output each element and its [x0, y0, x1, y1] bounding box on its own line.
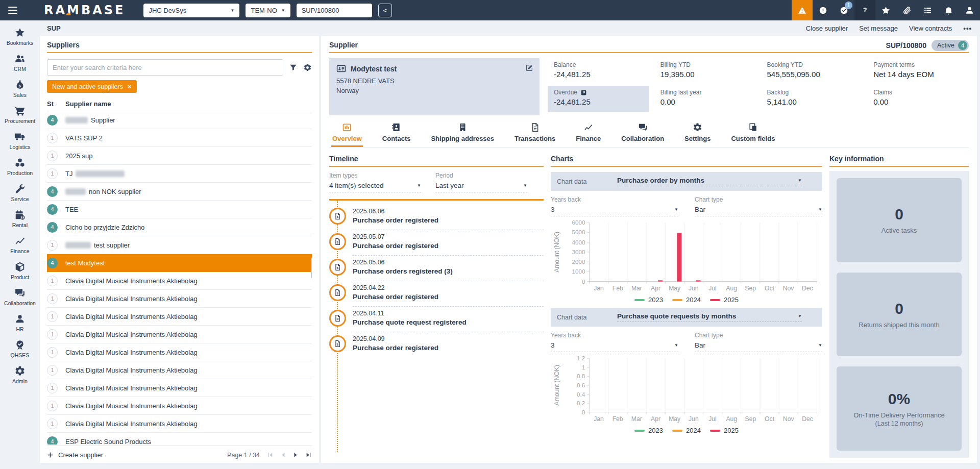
- remove-filter-icon[interactable]: ×: [128, 83, 132, 90]
- supplier-row[interactable]: 1Clavia Digital Musical Instruments Akti…: [47, 272, 312, 290]
- tab-overview[interactable]: Overview: [331, 121, 363, 147]
- list-settings-icon[interactable]: [303, 63, 312, 72]
- tab-shipping-addresses[interactable]: Shipping addresses: [430, 121, 495, 147]
- document-id-input[interactable]: [297, 4, 372, 17]
- timeline-entry[interactable]: $2025.05.06Purchase orders registered (3…: [329, 256, 544, 281]
- alerts-icon[interactable]: [813, 0, 834, 20]
- custom-icon: [748, 122, 758, 132]
- external-link-icon[interactable]: [580, 89, 587, 96]
- supplier-row[interactable]: 4TEE: [47, 201, 312, 218]
- timeline-entry[interactable]: 2025.04.11Purchase quote request registe…: [329, 307, 544, 332]
- help-icon[interactable]: ?: [854, 0, 875, 20]
- favorites-icon[interactable]: [875, 0, 896, 20]
- chart-type-select[interactable]: Chart typeBar▼: [695, 332, 822, 352]
- item-types-select[interactable]: Item types 4 item(s) selected▼: [329, 172, 421, 192]
- sidebar-item-production[interactable]: Production: [0, 154, 40, 180]
- previous-page-icon[interactable]: [280, 452, 286, 458]
- sidebar-item-service[interactable]: Service: [0, 180, 40, 206]
- svg-text:Apr: Apr: [651, 415, 660, 423]
- plus-icon: [47, 452, 54, 458]
- star-icon: [14, 27, 26, 38]
- notifications-icon[interactable]: [938, 0, 959, 20]
- timeline-entry[interactable]: $2025.06.06Purchase order registered: [329, 205, 544, 230]
- profile-icon[interactable]: [959, 0, 980, 20]
- supplier-row[interactable]: 1Clavia Digital Musical Instruments Akti…: [47, 379, 312, 397]
- action-set-message[interactable]: Set message: [859, 24, 898, 32]
- sidebar-item-logistics[interactable]: Logistics: [0, 128, 40, 154]
- tab-finance[interactable]: Finance: [575, 121, 602, 147]
- sidebar-item-admin[interactable]: Admin: [0, 362, 40, 388]
- next-page-icon[interactable]: [292, 452, 299, 458]
- action-close-supplier[interactable]: Close supplier: [806, 24, 848, 32]
- notification-count-badge: 1: [845, 2, 852, 9]
- first-page-icon[interactable]: [267, 452, 274, 458]
- database-button[interactable]: TEM-NO▼: [246, 4, 290, 17]
- action-view-contracts[interactable]: View contracts: [909, 24, 952, 32]
- key-value: 0%: [888, 390, 910, 408]
- supplier-search-input[interactable]: [47, 59, 283, 76]
- key-label: On-Time Delivery Performance: [853, 411, 945, 419]
- period-select[interactable]: Period Last year▼: [435, 172, 527, 192]
- sidebar-item-procurement[interactable]: Procurement: [0, 102, 40, 128]
- chart-data-select[interactable]: Chart dataPurchase quote requests by mon…: [551, 308, 822, 327]
- supplier-row[interactable]: 4Supplier: [47, 111, 312, 129]
- supplier-row[interactable]: 4test Modytest: [47, 254, 312, 272]
- tab-custom-fields[interactable]: Custom fields: [730, 121, 776, 147]
- tasks-icon[interactable]: 1: [834, 0, 854, 20]
- tab-collaboration[interactable]: Collaboration: [620, 121, 665, 147]
- sidebar-item-hr[interactable]: HR: [0, 310, 40, 336]
- tab-transactions[interactable]: Transactions: [513, 121, 556, 147]
- supplier-row[interactable]: 1VATS SUP 2: [47, 129, 312, 147]
- doc-lines-icon: [329, 310, 346, 327]
- sidebar-item-sales[interactable]: $Sales: [0, 76, 40, 102]
- supplier-row[interactable]: 4non NOK supplier: [47, 183, 312, 201]
- chevron-down-icon: ▼: [818, 343, 822, 348]
- attachments-icon[interactable]: [896, 0, 917, 20]
- stat-booking-ytd: Booking YTD545,555,095.00: [761, 58, 863, 85]
- timeline-entry[interactable]: $2025.04.22Purchase order registered: [329, 281, 544, 307]
- timeline-entry[interactable]: $2025.04.09Purchase order registered: [329, 332, 544, 357]
- edit-supplier-icon[interactable]: [525, 64, 533, 72]
- chart-data-select[interactable]: Chart dataPurchase order by months▼: [551, 172, 822, 191]
- tab-contacts[interactable]: Contacts: [381, 121, 412, 147]
- supplier-row[interactable]: 4ESP Electric Sound Products: [47, 433, 312, 445]
- supplier-row[interactable]: 1test supplier: [47, 236, 312, 254]
- sidebar-item-rental[interactable]: $Rental: [0, 206, 40, 232]
- sidebar-item-crm[interactable]: CRM: [0, 50, 40, 76]
- sidebar-item-collaboration[interactable]: Collaboration: [0, 284, 40, 310]
- list-scrollbar[interactable]: [311, 258, 312, 278]
- chart-type-select[interactable]: Chart typeBar▼: [695, 196, 822, 216]
- supplier-row[interactable]: 4Cicho bo przyjdzie Zdzicho: [47, 218, 312, 236]
- sidebar-item-product[interactable]: Product: [0, 258, 40, 284]
- supplier-row[interactable]: 1Clavia Digital Musical Instruments Akti…: [47, 308, 312, 326]
- tab-settings[interactable]: Settings: [683, 121, 712, 147]
- supplier-row[interactable]: 1Clavia Digital Musical Instruments Akti…: [47, 415, 312, 433]
- back-button[interactable]: <: [378, 4, 392, 17]
- page-indicator: Page 1 / 34: [227, 452, 260, 459]
- last-page-icon[interactable]: [305, 452, 312, 458]
- svg-text:0.6: 0.6: [577, 382, 585, 388]
- more-actions-icon[interactable]: •••: [963, 24, 972, 32]
- status-badge: 4: [47, 436, 58, 445]
- supplier-row[interactable]: 1Clavia Digital Musical Instruments Akti…: [47, 343, 312, 361]
- supplier-row[interactable]: 1TJ: [47, 165, 312, 183]
- filter-icon[interactable]: [289, 63, 298, 72]
- sidebar-item-finance[interactable]: Finance: [0, 232, 40, 258]
- supplier-row[interactable]: 1Clavia Digital Musical Instruments Akti…: [47, 326, 312, 343]
- create-supplier-button[interactable]: Create supplier: [47, 451, 103, 459]
- environment-select[interactable]: JHC DevSys▼: [143, 4, 239, 17]
- warnings-icon[interactable]: [792, 0, 813, 20]
- sidebar-item-bookmarks[interactable]: Bookmarks: [0, 23, 40, 50]
- sidebar-item-qhses[interactable]: QHSES: [0, 336, 40, 362]
- supplier-row[interactable]: 1Clavia Digital Musical Instruments Akti…: [47, 361, 312, 379]
- hamburger-menu-icon[interactable]: [8, 5, 19, 16]
- key-information-title: Key information: [829, 153, 969, 166]
- filter-chip[interactable]: New and active suppliers ×: [47, 80, 137, 93]
- supplier-row[interactable]: 1Clavia Digital Musical Instruments Akti…: [47, 290, 312, 308]
- years-back-select[interactable]: Years back3▼: [551, 332, 678, 352]
- timeline-entry[interactable]: $2025.05.07Purchase order registered: [329, 230, 544, 256]
- modules-icon[interactable]: [917, 0, 938, 20]
- supplier-row[interactable]: 1Clavia Digital Musical Instruments Akti…: [47, 397, 312, 415]
- supplier-row[interactable]: 12025 sup: [47, 147, 312, 165]
- years-back-select[interactable]: Years back3▼: [551, 196, 678, 216]
